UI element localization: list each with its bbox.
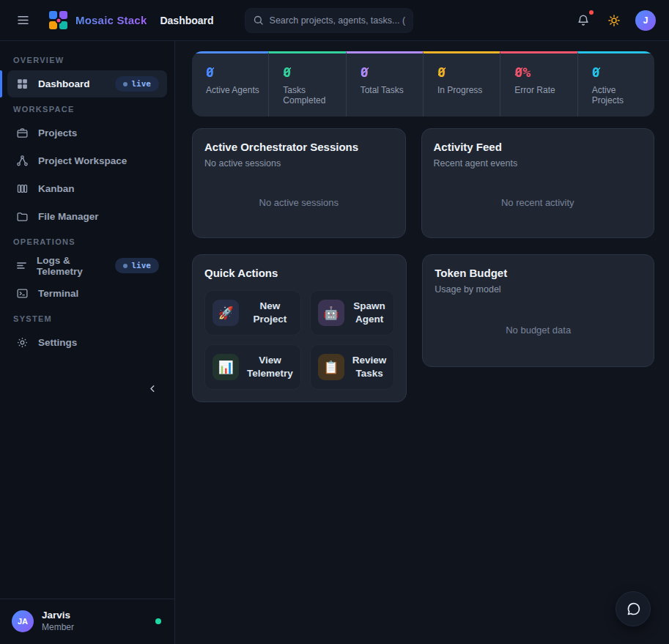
stat-value: 0 [437,64,446,80]
empty-state-text: No recent activity [501,187,574,208]
empty-state-text: No active sessions [259,187,339,208]
terminal-icon [15,287,29,300]
stat-in-progress: 0 In Progress [423,51,500,116]
notifications-button[interactable] [574,11,593,30]
stat-active-projects: 0 Active Projects [577,51,654,116]
user-role: Member [42,622,74,632]
bar-chart-icon: 📊 [212,354,239,380]
cards-row-2: Quick Actions 🚀 New Project 🤖 Spawn Agen… [192,254,654,402]
sidebar-item-label: Projects [38,127,77,138]
stat-value: 0 [361,64,369,80]
stat-value: 0 [514,64,522,80]
sidebar-item-kanban[interactable]: Kanban [7,175,167,202]
review-tasks-button[interactable]: 📋 Review Tasks [310,344,395,390]
quick-actions-card: Quick Actions 🚀 New Project 🤖 Spawn Agen… [192,254,407,402]
sidebar-item-label: Kanban [38,183,75,194]
section-title-overview: OVERVIEW [13,56,161,64]
page-title: Dashboard [160,15,213,26]
stat-total-tasks: 0 Total Tasks [346,51,423,116]
stat-value: 0 [283,64,291,80]
sidebar-item-label: Logs & Telemetry [37,255,106,277]
sidebar-item-terminal[interactable]: Terminal [7,280,167,307]
sidebar-item-label: File Manager [38,211,99,222]
main-content: 0 Active Agents 0 Tasks Completed 0 Tota… [176,41,669,644]
activity-feed-card: Activity Feed Recent agent events No rec… [421,128,654,238]
sidebar-item-label: Dashboard [38,78,90,89]
sidebar-item-logs-telemetry[interactable]: Logs & Telemetry live [7,252,167,279]
sun-icon [607,14,621,27]
logo-center-dot [56,17,62,23]
stat-error-rate: 0% Error Rate [500,51,577,116]
hamburger-icon [16,13,30,27]
grid-icon [15,78,29,90]
stat-active-agents: 0 Active Agents [192,51,268,116]
live-dot-icon [123,264,127,268]
sidebar: OVERVIEW Dashboard live WORKSPACE Projec… [0,41,175,644]
live-dot-icon [123,82,127,86]
sidebar-item-settings[interactable]: Settings [7,329,167,356]
chat-bubble-icon [626,602,641,617]
bell-icon [577,14,590,27]
card-subtitle: No active sessions [204,158,393,169]
stat-label: Active Agents [206,85,262,95]
sidebar-nav: OVERVIEW Dashboard live WORKSPACE Projec… [0,41,174,357]
stat-tasks-completed: 0 Tasks Completed [268,51,345,116]
card-title: Token Budget [435,267,642,279]
stat-label: Error Rate [514,85,571,95]
new-project-button[interactable]: 🚀 New Project [204,290,301,336]
empty-state-text: No budget data [506,314,571,336]
cards-row-1: Active Orchestrator Sessions No active s… [192,128,654,238]
view-telemetry-button[interactable]: 📊 View Telemetry [204,344,301,390]
sidebar-item-label: Terminal [38,288,78,299]
sidebar-user[interactable]: JA Jarvis Member [0,599,174,644]
quick-actions-grid: 🚀 New Project 🤖 Spawn Agent 📊 View Telem… [204,290,394,390]
stats-row: 0 Active Agents 0 Tasks Completed 0 Tota… [192,51,654,116]
card-subtitle: Usage by model [435,284,642,295]
active-sessions-card: Active Orchestrator Sessions No active s… [192,128,406,238]
top-bar: Mosaic Stack Dashboard J [0,0,669,41]
stat-label: In Progress [437,85,494,95]
folder-icon [15,210,29,223]
sidebar-item-dashboard[interactable]: Dashboard live [7,70,167,97]
section-title-system: SYSTEM [13,314,161,323]
chevron-left-icon [147,383,158,394]
kanban-icon [15,182,29,195]
card-title: Quick Actions [204,267,394,279]
search-input[interactable] [270,15,405,26]
sidebar-collapse-button[interactable] [147,383,158,394]
user-avatar-button[interactable]: J [635,10,656,31]
live-badge: live [115,258,160,273]
spawn-agent-button[interactable]: 🤖 Spawn Agent [310,290,395,336]
chat-fab-button[interactable] [616,591,651,626]
sidebar-item-file-manager[interactable]: File Manager [7,203,167,230]
live-badge: live [115,76,160,92]
theme-toggle-button[interactable] [605,11,624,30]
clipboard-icon: 📋 [318,354,344,380]
section-title-operations: OPERATIONS [13,237,161,246]
hamburger-menu-button[interactable] [13,10,33,30]
card-title: Activity Feed [434,141,642,153]
robot-icon: 🤖 [318,300,344,326]
topbar-actions: J [574,10,656,31]
card-subtitle: Recent agent events [434,158,642,169]
section-title-workspace: WORKSPACE [13,105,161,114]
sidebar-item-label: Settings [38,337,77,348]
stat-value: 0 [206,64,214,80]
nodes-icon [15,155,29,167]
gear-icon [15,336,29,349]
sidebar-item-label: Project Workspace [38,155,127,166]
stat-label: Tasks Completed [283,85,339,106]
card-title: Active Orchestrator Sessions [204,141,393,153]
online-status-dot [155,618,161,624]
user-initials-avatar: JA [12,610,34,632]
token-budget-card: Token Budget Usage by model No budget da… [422,254,654,367]
global-search[interactable] [245,8,413,33]
stat-label: Total Tasks [361,85,417,95]
search-icon [253,15,264,26]
user-name: Jarvis [42,610,74,621]
sidebar-item-project-workspace[interactable]: Project Workspace [7,147,167,174]
rocket-icon: 🚀 [212,300,239,326]
briefcase-icon [15,127,29,139]
list-lines-icon [15,259,28,272]
sidebar-item-projects[interactable]: Projects [7,119,167,147]
